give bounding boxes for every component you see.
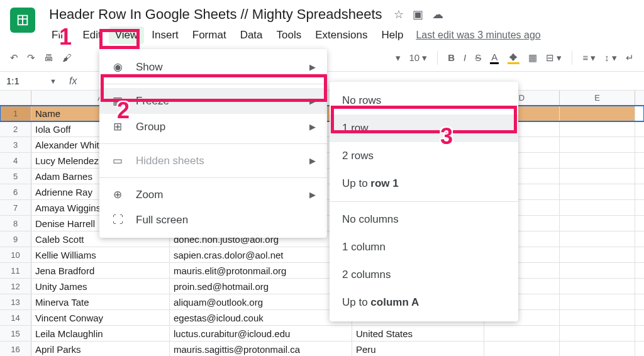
cell[interactable]: proin.sed@hotmail.org bbox=[170, 279, 352, 294]
cell[interactable]: luctus.curabitur@icloud.edu bbox=[170, 326, 352, 341]
select-all-corner[interactable] bbox=[0, 91, 31, 105]
merge-icon[interactable]: ⊟ ▾ bbox=[546, 52, 562, 64]
menu-data[interactable]: Data bbox=[234, 26, 269, 44]
cell[interactable]: Unity James bbox=[31, 279, 170, 294]
undo-icon[interactable]: ↶ bbox=[10, 52, 18, 64]
row-header[interactable]: 13 bbox=[0, 294, 31, 309]
menu-extensions[interactable]: Extensions bbox=[309, 26, 374, 44]
freeze-2-rows[interactable]: 2 rows bbox=[330, 142, 518, 170]
table-row[interactable]: 10Kellie Williamssapien.cras.dolor@aol.n… bbox=[0, 247, 644, 263]
bold-icon[interactable]: B bbox=[448, 52, 455, 63]
cell[interactable]: mauris.sagittis@protonmail.ca bbox=[170, 342, 352, 356]
table-row[interactable]: 16April Parksmauris.sagittis@protonmail.… bbox=[0, 342, 644, 356]
row-header[interactable]: 8 bbox=[0, 216, 31, 231]
row-header[interactable]: 4 bbox=[0, 153, 31, 168]
cell[interactable]: Vincent Conway bbox=[31, 310, 170, 325]
row-header[interactable]: 16 bbox=[0, 342, 31, 356]
menu-fullscreen[interactable]: ⛶ Full screen bbox=[99, 208, 327, 233]
cell[interactable]: egestas@icloud.couk bbox=[170, 310, 352, 325]
cell[interactable] bbox=[560, 342, 635, 356]
freeze-1-column[interactable]: 1 column bbox=[330, 233, 518, 261]
cell[interactable] bbox=[560, 184, 635, 199]
cell[interactable] bbox=[560, 216, 635, 231]
cell[interactable]: aliquam@outlook.org bbox=[170, 294, 352, 309]
move-icon[interactable]: ▣ bbox=[413, 8, 423, 21]
cell[interactable]: Minerva Tate bbox=[31, 294, 170, 309]
menu-insert[interactable]: Insert bbox=[145, 26, 185, 44]
cell[interactable]: Leila Mclaughlin bbox=[31, 326, 170, 341]
name-box[interactable]: 1:1▼ bbox=[0, 75, 63, 86]
strikethrough-icon[interactable]: S bbox=[475, 52, 481, 63]
sheets-logo-icon[interactable] bbox=[10, 8, 35, 33]
freeze-no-columns[interactable]: No columns bbox=[330, 206, 518, 233]
cell[interactable] bbox=[560, 326, 635, 341]
cell[interactable] bbox=[560, 279, 635, 294]
cell[interactable] bbox=[560, 247, 635, 262]
v-align-icon[interactable]: ↕ ▾ bbox=[604, 52, 617, 64]
cell[interactable] bbox=[560, 153, 635, 168]
menu-tools[interactable]: Tools bbox=[270, 26, 308, 44]
cell[interactable]: Kellie Williams bbox=[31, 247, 170, 262]
menu-zoom[interactable]: ⊕ Zoom▶ bbox=[99, 182, 327, 208]
h-align-icon[interactable]: ≡ ▾ bbox=[582, 52, 596, 64]
borders-icon[interactable]: ▦ bbox=[528, 52, 537, 64]
menu-help[interactable]: Help bbox=[375, 26, 409, 44]
cell[interactable]: mauris.elit@protonmail.org bbox=[170, 263, 352, 278]
freeze-2-columns[interactable]: 2 columns bbox=[330, 261, 518, 289]
cell[interactable] bbox=[560, 106, 635, 121]
freeze-upto-column[interactable]: Up to column A bbox=[330, 289, 518, 316]
menu-format[interactable]: Format bbox=[186, 26, 233, 44]
wrap-icon[interactable]: ↵ bbox=[626, 52, 634, 64]
freeze-upto-row[interactable]: Up to row 1 bbox=[330, 170, 518, 197]
menu-group[interactable]: ⊞ Group▶ bbox=[99, 114, 327, 140]
cell[interactable] bbox=[560, 200, 635, 215]
menu-view[interactable]: View bbox=[109, 26, 145, 44]
redo-icon[interactable]: ↷ bbox=[27, 52, 35, 64]
print-icon[interactable]: 🖶 bbox=[44, 52, 53, 63]
row-header[interactable]: 9 bbox=[0, 231, 31, 247]
row-header[interactable]: 10 bbox=[0, 247, 31, 262]
cell[interactable] bbox=[560, 137, 635, 152]
row-header[interactable]: 6 bbox=[0, 184, 31, 199]
last-edit-link[interactable]: Last edit was 3 minutes ago bbox=[416, 30, 540, 41]
menu-freeze[interactable]: ▦ Freeze▶ bbox=[99, 88, 327, 114]
row-header[interactable]: 11 bbox=[0, 263, 31, 278]
cell[interactable]: United States bbox=[352, 326, 484, 341]
more-format-dropdown[interactable]: ▾ bbox=[396, 52, 401, 64]
row-header[interactable]: 2 bbox=[0, 121, 31, 136]
cell[interactable]: April Parks bbox=[31, 342, 170, 356]
cell[interactable] bbox=[484, 326, 560, 341]
row-header[interactable]: 1 bbox=[0, 106, 31, 121]
row-header[interactable]: 12 bbox=[0, 279, 31, 294]
cell[interactable]: Peru bbox=[352, 342, 484, 356]
menu-hidden-sheets[interactable]: ▭ Hidden sheets▶ bbox=[99, 148, 327, 174]
cell[interactable]: sapien.cras.dolor@aol.net bbox=[170, 247, 352, 262]
cell[interactable]: Jena Bradford bbox=[31, 263, 170, 278]
row-header[interactable]: 15 bbox=[0, 326, 31, 341]
table-row[interactable]: 11Jena Bradfordmauris.elit@protonmail.or… bbox=[0, 263, 644, 279]
cloud-icon[interactable]: ☁ bbox=[432, 8, 443, 21]
star-icon[interactable]: ☆ bbox=[394, 8, 404, 21]
freeze-no-rows[interactable]: No rows bbox=[330, 87, 518, 114]
font-size-selector[interactable]: 10 ▾ bbox=[409, 52, 428, 64]
cell[interactable] bbox=[560, 294, 635, 309]
row-header[interactable]: 3 bbox=[0, 137, 31, 152]
menu-show[interactable]: ◉ Show▶ bbox=[99, 54, 327, 80]
italic-icon[interactable]: I bbox=[464, 52, 466, 63]
table-row[interactable]: 15Leila Mclaughlinluctus.curabitur@iclou… bbox=[0, 326, 644, 342]
text-color-icon[interactable]: A bbox=[490, 52, 499, 64]
freeze-1-row[interactable]: 1 row bbox=[330, 114, 518, 142]
table-row[interactable]: 13Minerva Tatealiquam@outlook.orgNew Zea… bbox=[0, 294, 644, 310]
row-header[interactable]: 7 bbox=[0, 200, 31, 215]
row-header[interactable]: 14 bbox=[0, 310, 31, 325]
row-header[interactable]: 5 bbox=[0, 169, 31, 184]
cell[interactable] bbox=[560, 121, 635, 136]
fill-color-icon[interactable]: 🟆 bbox=[508, 52, 519, 64]
cell[interactable] bbox=[560, 310, 635, 325]
menu-edit[interactable]: Edit bbox=[76, 26, 107, 44]
col-header-e[interactable]: E bbox=[560, 91, 635, 105]
document-title[interactable]: Header Row In Google Sheets // Mighty Sp… bbox=[45, 5, 386, 24]
table-row[interactable]: 12Unity Jamesproin.sed@hotmail.orgFrance bbox=[0, 279, 644, 294]
table-row[interactable]: 14Vincent Conwayegestas@icloud.coukCosta… bbox=[0, 310, 644, 326]
cell[interactable] bbox=[560, 169, 635, 184]
